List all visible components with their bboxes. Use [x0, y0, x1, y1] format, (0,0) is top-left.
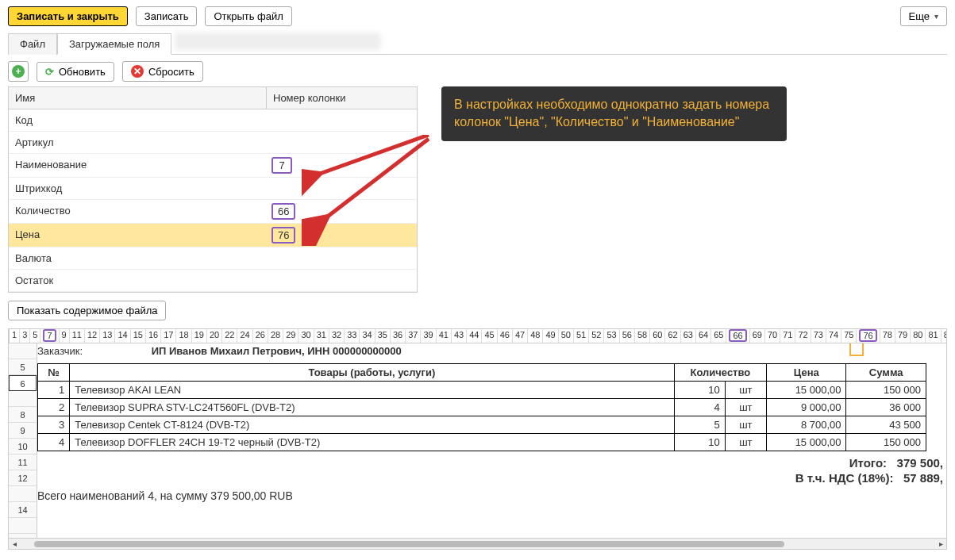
column-header-cell[interactable]: 26 — [253, 329, 268, 343]
column-header-cell[interactable]: 29 — [283, 329, 298, 343]
column-header-cell[interactable]: 9 — [60, 329, 70, 343]
th-sum[interactable]: Сумма — [846, 364, 926, 382]
row-header-cell[interactable] — [9, 391, 37, 407]
column-header-cell[interactable]: 81 — [926, 329, 941, 343]
column-header-cell[interactable]: 3 — [20, 329, 30, 343]
row-header-cell[interactable] — [9, 343, 37, 359]
scroll-right-icon[interactable]: ▸ — [935, 539, 946, 548]
row-header-cell[interactable]: 10 — [9, 439, 37, 455]
field-row[interactable]: Штрихкод — [9, 178, 417, 200]
column-header-cell[interactable]: 66 — [726, 329, 749, 343]
column-header-cell[interactable]: 63 — [681, 329, 696, 343]
column-header-cell[interactable]: 18 — [176, 329, 191, 343]
field-row[interactable]: Код — [9, 109, 417, 132]
column-header-cell[interactable]: 65 — [711, 329, 726, 343]
save-close-button[interactable]: Записать и закрыть — [8, 6, 128, 26]
open-file-button[interactable]: Открыть файл — [205, 6, 291, 26]
row-header-cell[interactable]: 14 — [9, 502, 37, 518]
table-row[interactable]: 3Телевизор Centek CT-8124 (DVB-T2)5шт8 7… — [38, 416, 926, 434]
column-header-cell[interactable]: 33 — [345, 329, 360, 343]
th-qty[interactable]: Количество — [674, 364, 766, 382]
column-header-cell[interactable]: 82 — [942, 329, 946, 343]
field-row-colnum[interactable] — [267, 247, 417, 269]
column-header-cell[interactable]: 17 — [161, 329, 176, 343]
field-row-colnum[interactable]: 76 — [267, 224, 417, 247]
row-header-cell[interactable]: 16 — [9, 534, 37, 538]
save-button[interactable]: Записать — [136, 6, 198, 26]
field-row[interactable]: Цена76 — [9, 224, 417, 247]
row-header-cell[interactable]: 11 — [9, 455, 37, 470]
tab-loaded-fields[interactable]: Загружаемые поля — [57, 33, 171, 55]
column-header-cell[interactable]: 16 — [146, 329, 161, 343]
column-header-cell[interactable]: 47 — [513, 329, 528, 343]
column-header-cell[interactable]: 1 — [10, 329, 20, 343]
tab-file[interactable]: Файл — [8, 33, 57, 55]
column-header-cell[interactable]: 43 — [452, 329, 467, 343]
field-row-colnum[interactable]: 7 — [267, 154, 417, 177]
scroll-left-icon[interactable]: ◂ — [9, 539, 20, 548]
column-header-cell[interactable]: 36 — [391, 329, 406, 343]
field-row[interactable]: Артикул — [9, 132, 417, 154]
row-header-cell[interactable]: 8 — [9, 407, 37, 423]
column-header-cell[interactable]: 75 — [841, 329, 857, 343]
row-header-column[interactable]: 56891011121416 — [9, 343, 37, 538]
column-header-cell[interactable]: 30 — [298, 329, 314, 343]
column-header-cell[interactable]: 80 — [911, 329, 926, 343]
field-row[interactable]: Количество66 — [9, 200, 417, 224]
row-header-cell[interactable] — [9, 518, 37, 534]
refresh-button[interactable]: ⟳ Обновить — [37, 62, 114, 82]
column-header-cell[interactable]: 73 — [811, 329, 826, 343]
column-header-cell[interactable]: 35 — [375, 329, 391, 343]
column-header-cell[interactable]: 28 — [268, 329, 283, 343]
row-header-cell[interactable] — [9, 486, 37, 502]
column-header-cell[interactable]: 60 — [650, 329, 665, 343]
more-button[interactable]: Еще ▾ — [900, 6, 947, 26]
column-header-cell[interactable]: 52 — [589, 329, 604, 343]
column-header-cell[interactable]: 78 — [880, 329, 895, 343]
field-row[interactable]: Валюта — [9, 247, 417, 270]
column-header-cell[interactable]: 31 — [314, 329, 329, 343]
column-header-cell[interactable]: 70 — [765, 329, 780, 343]
column-header-cell[interactable]: 46 — [498, 329, 513, 343]
column-header-cell[interactable]: 71 — [780, 329, 795, 343]
column-header-cell[interactable]: 72 — [795, 329, 811, 343]
column-header-cell[interactable]: 64 — [696, 329, 711, 343]
column-header-cell[interactable]: 56 — [620, 329, 635, 343]
column-header-cell[interactable]: 7 — [40, 329, 59, 343]
column-header-cell[interactable]: 53 — [604, 329, 619, 343]
col-header-name[interactable]: Имя — [9, 87, 267, 109]
column-header-cell[interactable]: 11 — [70, 329, 85, 343]
field-row[interactable]: Остаток — [9, 270, 417, 292]
col-header-colnum[interactable]: Номер колонки — [267, 87, 417, 109]
horizontal-scrollbar[interactable]: ◂ ▸ — [9, 538, 946, 549]
field-row-colnum[interactable] — [267, 109, 417, 131]
column-header-strip[interactable]: 1357911121314151617181920222426282930313… — [9, 329, 946, 343]
column-header-cell[interactable]: 74 — [826, 329, 841, 343]
th-price[interactable]: Цена — [767, 364, 846, 382]
th-no[interactable]: № — [38, 364, 70, 382]
field-row[interactable]: Наименование7 — [9, 154, 417, 178]
column-header-cell[interactable]: 58 — [635, 329, 650, 343]
column-header-cell[interactable]: 19 — [192, 329, 207, 343]
column-header-cell[interactable]: 50 — [559, 329, 574, 343]
row-header-cell[interactable]: 9 — [9, 423, 37, 439]
column-header-cell[interactable]: 15 — [131, 329, 146, 343]
column-header-cell[interactable]: 12 — [85, 329, 100, 343]
column-header-cell[interactable]: 69 — [750, 329, 765, 343]
column-header-cell[interactable]: 39 — [421, 329, 436, 343]
column-header-cell[interactable]: 45 — [482, 329, 497, 343]
column-header-cell[interactable]: 32 — [329, 329, 345, 343]
field-row-colnum[interactable] — [267, 132, 417, 153]
column-header-cell[interactable]: 79 — [895, 329, 911, 343]
sheet-content[interactable]: Заказчик: ИП Иванов Михаил Петрович, ИНН… — [37, 343, 946, 538]
column-header-cell[interactable]: 62 — [665, 329, 680, 343]
column-header-cell[interactable]: 41 — [437, 329, 452, 343]
table-row[interactable]: 1Телевизор AKAI LEAN10шт15 000,00150 000 — [38, 382, 926, 399]
column-header-cell[interactable]: 22 — [222, 329, 237, 343]
column-header-cell[interactable]: 34 — [360, 329, 375, 343]
column-header-cell[interactable]: 20 — [207, 329, 222, 343]
row-header-cell[interactable]: 5 — [9, 359, 37, 375]
show-file-content-button[interactable]: Показать содержимое файла — [8, 301, 166, 320]
add-button[interactable]: + — [8, 61, 29, 82]
column-header-cell[interactable]: 48 — [528, 329, 543, 343]
